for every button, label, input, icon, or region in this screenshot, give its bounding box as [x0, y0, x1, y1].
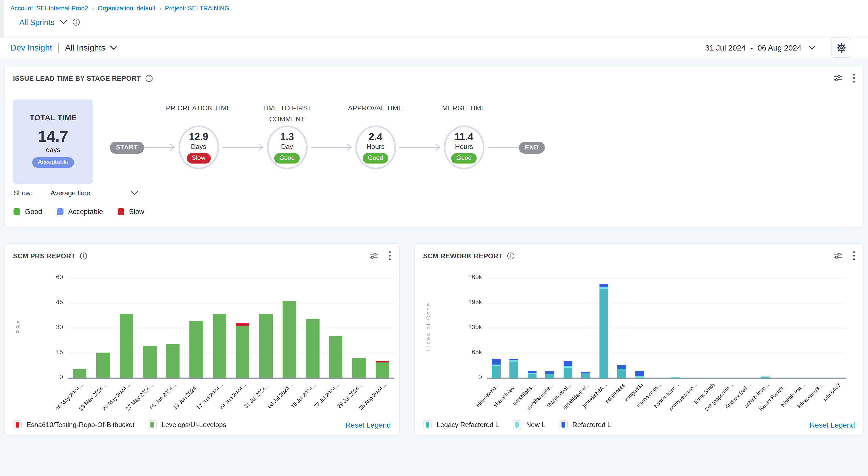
bar-segment[interactable] — [375, 362, 389, 378]
reset-legend-link[interactable]: Reset Legend — [345, 420, 391, 429]
bar-segment[interactable] — [564, 366, 572, 368]
stage-pr-creation-time[interactable]: PR CREATION TIME 12.9 Days Slow — [165, 102, 232, 169]
date-range-picker[interactable]: 31 Jul 2024 - 06 Aug 2024 — [705, 43, 815, 52]
stage-circle[interactable]: 1.3 Day Good — [267, 125, 307, 169]
show-dropdown[interactable]: Average time — [51, 189, 90, 197]
bar-segment[interactable] — [599, 284, 608, 287]
bar-segment[interactable] — [510, 362, 519, 378]
bar-segment[interactable] — [236, 326, 250, 378]
rework-chart-legend: Legacy Refactored L New L Refactored L R… — [423, 420, 855, 429]
info-icon[interactable] — [80, 252, 87, 260]
bar-segment[interactable] — [671, 377, 680, 378]
widget-filters-icon[interactable] — [833, 73, 842, 83]
insights-dropdown[interactable]: All Insights — [65, 43, 118, 52]
bar-segment[interactable] — [617, 369, 626, 378]
bar-segment[interactable] — [582, 373, 590, 378]
bar-segment[interactable] — [564, 361, 572, 366]
bar-segment[interactable] — [528, 373, 536, 374]
bar-segment[interactable] — [617, 365, 626, 369]
panel-title: SCM PRS REPORT — [13, 252, 75, 260]
insight-name[interactable]: Dev Insight — [10, 43, 52, 52]
stage-label: APPROVAL TIME — [341, 102, 410, 125]
date-range-separator: - — [750, 43, 753, 52]
bar-segment[interactable] — [213, 314, 226, 378]
issue-lead-time-panel: ISSUE LEAD TIME BY STAGE REPORT TOTAL TI… — [4, 66, 864, 228]
widget-filters-icon[interactable] — [833, 251, 842, 260]
kebab-menu-icon[interactable] — [389, 251, 391, 260]
stage-approval-time[interactable]: APPROVAL TIME 2.4 Hours Good — [342, 102, 409, 169]
legend-item-levelops[interactable]: Levelops/Ui-Levelops — [148, 420, 226, 429]
legend-swatch[interactable] — [13, 420, 22, 429]
bar-segment[interactable] — [492, 364, 501, 366]
stage-time-to-first-comment[interactable]: TIME TO FIRST COMMENT 1.3 Day Good — [253, 102, 321, 169]
reset-legend-link[interactable]: Reset Legend — [810, 420, 855, 429]
legend-item-good: Good — [13, 208, 42, 216]
legend-label: Refactored L — [572, 421, 611, 428]
y-axis-title: Lines of Code — [425, 290, 431, 363]
bar-segment[interactable] — [120, 314, 133, 378]
chevron-down-icon[interactable] — [60, 20, 67, 25]
bar-segment[interactable] — [492, 366, 501, 378]
bar-segment[interactable] — [582, 373, 590, 373]
stage-rating-badge: Good — [451, 153, 477, 163]
y-axis-tick: 15 — [34, 349, 63, 356]
kebab-menu-icon[interactable] — [853, 73, 855, 83]
bar-segment[interactable] — [761, 377, 770, 378]
info-icon[interactable] — [145, 75, 153, 82]
bar-segment[interactable] — [259, 314, 273, 378]
chevron-down-icon[interactable] — [131, 191, 137, 195]
bar-segment[interactable] — [599, 289, 608, 378]
stage-unit: Hours — [455, 142, 473, 151]
bar-segment[interactable] — [236, 323, 250, 326]
stage-circle[interactable]: 2.4 Hours Good — [355, 125, 396, 169]
legend-swatch[interactable] — [559, 420, 568, 429]
bar-segment[interactable] — [510, 359, 519, 360]
flow-arrow-icon — [222, 143, 264, 154]
bar-segment[interactable] — [375, 361, 389, 362]
bar-segment[interactable] — [599, 287, 608, 289]
stage-circle[interactable]: 11.4 Hours Good — [444, 125, 484, 169]
stage-merge-time[interactable]: MERGE TIME 11.4 Hours Good — [430, 102, 498, 169]
y-axis-tick: 0 — [453, 374, 482, 381]
bar-segment[interactable] — [96, 353, 110, 378]
bar-segment[interactable] — [143, 346, 156, 378]
legend-item-legacy-refactored[interactable]: Legacy Refactored L — [423, 420, 499, 429]
insights-dropdown-value[interactable]: All Insights — [65, 43, 105, 52]
legend-item-new-lines[interactable]: New L — [513, 420, 545, 429]
stage-circle[interactable]: 12.9 Days Slow — [178, 125, 219, 169]
bar-segment[interactable] — [636, 376, 644, 378]
breadcrumb-organization[interactable]: Organization: default — [98, 5, 156, 12]
total-time-unit: days — [46, 146, 60, 154]
widget-filters-icon[interactable] — [369, 251, 378, 260]
bar-segment[interactable] — [329, 336, 342, 378]
legend-item-refactored-lines[interactable]: Refactored L — [559, 420, 611, 429]
bar-segment[interactable] — [189, 321, 203, 378]
legend-swatch[interactable] — [148, 420, 157, 429]
info-icon[interactable] — [507, 252, 515, 260]
bar-segment[interactable] — [510, 360, 519, 362]
bar-segment[interactable] — [546, 375, 555, 378]
legend-swatch[interactable] — [423, 420, 432, 429]
bar-segment[interactable] — [283, 301, 296, 378]
bar-segment[interactable] — [546, 371, 555, 374]
legend-swatch — [118, 208, 124, 215]
bar-segment[interactable] — [528, 370, 536, 373]
y-axis-title: PRs — [15, 290, 21, 363]
breadcrumb-project[interactable]: Project: SEI TRAINING — [165, 5, 229, 12]
bar-segment[interactable] — [564, 368, 572, 378]
legend-item-esha610[interactable]: Esha610/Testing-Repo-Of-Bitbucket — [13, 420, 134, 429]
bar-segment[interactable] — [306, 319, 319, 378]
legend-swatch[interactable] — [513, 420, 521, 429]
sprint-selector[interactable]: All Sprints — [19, 18, 80, 27]
breadcrumb-account[interactable]: Account: SEI-Internal-Prod2 — [10, 5, 88, 12]
bar-segment[interactable] — [352, 358, 366, 378]
kebab-menu-icon[interactable] — [853, 251, 855, 260]
bar-segment[interactable] — [528, 374, 536, 378]
bar-segment[interactable] — [636, 370, 644, 376]
bar-segment[interactable] — [166, 344, 180, 378]
settings-button[interactable] — [831, 37, 851, 58]
bar-segment[interactable] — [492, 360, 501, 364]
bar-segment[interactable] — [73, 369, 87, 378]
info-icon[interactable] — [72, 18, 80, 26]
sprint-selector-label[interactable]: All Sprints — [19, 18, 54, 27]
